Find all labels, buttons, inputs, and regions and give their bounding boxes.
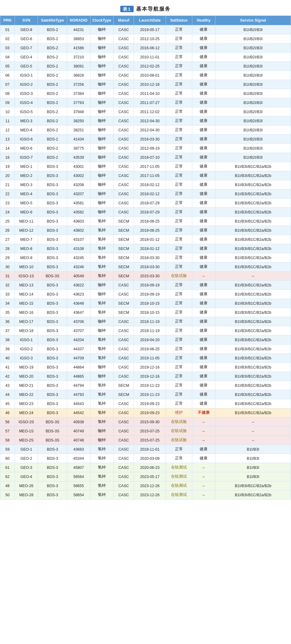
- cell-norad: 43245: [67, 253, 91, 262]
- cell-prn: 08: [0, 89, 15, 98]
- cell-clock: 氢钟: [90, 481, 114, 490]
- table-row: 56IGSO-2SBDS-3S40938氢钟CASC2015-09-30在轨试验…: [0, 417, 291, 427]
- cell-healthy: --: [192, 481, 215, 490]
- cell-satstatus: 在轨试验: [166, 272, 192, 281]
- cell-svn: GEO-6: [15, 34, 38, 43]
- cell-satstatus: 正常: [166, 226, 192, 235]
- cell-svn: MEO-22: [15, 390, 38, 399]
- table-row: 48MEO-26BDS-358655氢钟CASC2023-12-26在轨测试--…: [0, 481, 291, 490]
- table-row: 62GEO-4BDS-356564氢钟CASC2023-05-17在轨测试--B…: [0, 472, 291, 481]
- cell-launch: 2010-11-01: [134, 53, 166, 62]
- cell-manuf: CASC: [114, 98, 134, 107]
- cell-svn: MEO-26: [15, 481, 38, 490]
- cell-manuf: CASC: [114, 126, 134, 135]
- cell-satstatus: 正常: [166, 162, 192, 171]
- cell-prn: 45: [0, 399, 15, 408]
- cell-signal: B1I/B3I: [215, 463, 291, 472]
- cell-clock: 铷钟: [90, 126, 114, 135]
- cell-clock: 氢钟: [90, 335, 114, 345]
- cell-launch: 2011-12-02: [134, 107, 166, 116]
- cell-launch: 2018-11-01: [134, 445, 166, 454]
- table-row: 58MEO-2SBDS-3S40748铷钟CASC2015-07-25在轨试验-…: [0, 436, 291, 445]
- cell-sattype: BDS-3: [38, 445, 67, 454]
- cell-healthy: 健康: [192, 80, 215, 89]
- cell-prn: 19: [0, 162, 15, 171]
- cell-launch: 2023-12-26: [134, 490, 166, 500]
- table-row: 24MEO-6BDS-343582铷钟CASC2018-07-29正常健康B1I…: [0, 208, 291, 217]
- cell-launch: 2017-11-05: [134, 162, 166, 171]
- cell-healthy: --: [192, 272, 215, 281]
- cell-prn: 46: [0, 408, 15, 417]
- cell-healthy: 健康: [192, 454, 215, 463]
- cell-manuf: CASC: [114, 62, 134, 71]
- cell-svn: GEO-8: [15, 25, 38, 34]
- cell-sattype: BDS-2: [38, 135, 67, 144]
- cell-norad: 43581: [67, 199, 91, 208]
- table-row: 26MEO-12BDS-343602氢钟SECM2018-08-25正常健康B1…: [0, 226, 291, 235]
- cell-sattype: BDS-3: [38, 463, 67, 472]
- cell-svn: GEO-7: [15, 43, 38, 53]
- cell-healthy: 健康: [192, 208, 215, 217]
- cell-launch: 2015-03-30: [134, 272, 166, 281]
- cell-launch: 2023-12-26: [134, 481, 166, 490]
- cell-manuf: CASC: [114, 481, 134, 490]
- cell-signal: B1I/B3I: [215, 454, 291, 463]
- cell-norad: 43648: [67, 299, 91, 308]
- cell-clock: 氢钟: [90, 244, 114, 253]
- cell-prn: 20: [0, 171, 15, 180]
- col-header-norad: NORADID: [67, 16, 91, 25]
- cell-launch: 2023-05-17: [134, 472, 166, 481]
- cell-healthy: --: [192, 472, 215, 481]
- cell-satstatus: 正常: [166, 454, 192, 463]
- cell-signal: B1I/B3I/B1C/B2a/B2b: [215, 490, 291, 500]
- cell-satstatus: 在轨测试: [166, 463, 192, 472]
- cell-clock: 氢钟: [90, 217, 114, 226]
- table-row: 03GEO-7BDS-241586铷钟CASC2016-06-12正常健康B1I…: [0, 43, 291, 53]
- cell-prn: 28: [0, 244, 15, 253]
- cell-healthy: 健康: [192, 162, 215, 171]
- cell-signal: B1I/B3I/B1C/B2a/B2b: [215, 235, 291, 244]
- cell-sattype: BDS-3: [38, 180, 67, 189]
- cell-launch: 2020-06-23: [134, 463, 166, 472]
- cell-manuf: SECM: [114, 244, 134, 253]
- cell-satstatus: 正常: [166, 290, 192, 299]
- cell-satstatus: 正常: [166, 326, 192, 335]
- cell-manuf: CASC: [114, 25, 134, 34]
- table-row: 01GEO-8BDS-244231铷钟CASC2019-05-17正常健康B1I…: [0, 25, 291, 34]
- cell-svn: GEO-4: [15, 53, 38, 62]
- col-header-healthy: Healthy: [192, 16, 215, 25]
- col-header-sattype: SatelliteType: [38, 16, 67, 25]
- cell-clock: 氢钟: [90, 454, 114, 463]
- title-text: 基本导航服务: [136, 6, 171, 12]
- cell-clock: 氢钟: [90, 417, 114, 427]
- cell-launch: 2019-09-23: [134, 408, 166, 417]
- cell-healthy: --: [192, 490, 215, 500]
- cell-healthy: 健康: [192, 335, 215, 345]
- cell-prn: 23: [0, 199, 15, 208]
- cell-launch: 2015-07-25: [134, 436, 166, 445]
- cell-manuf: CASC: [114, 135, 134, 144]
- cell-launch: 2018-08-25: [134, 217, 166, 226]
- cell-svn: MEO-3: [15, 180, 38, 189]
- table-row: 50MEO-28BDS-358654氢钟CASC2023-12-26在轨测试--…: [0, 490, 291, 500]
- cell-signal: B1I/B2I/B3I: [215, 80, 291, 89]
- cell-sattype: BDS-3: [38, 199, 67, 208]
- cell-svn: MEO-20: [15, 372, 38, 381]
- cell-prn: 32: [0, 281, 15, 290]
- cell-signal: B1I/B3I/B1C/B2a/B2b: [215, 372, 291, 381]
- cell-signal: B1I/B3I/B1C/B2a/B2b: [215, 171, 291, 180]
- cell-norad: 37384: [67, 89, 91, 98]
- cell-prn: 30: [0, 262, 15, 272]
- table-row: 13IGSO-6BDS-241434铷钟CASC2016-03-30正常健康B1…: [0, 135, 291, 144]
- cell-healthy: 健康: [192, 189, 215, 199]
- cell-norad: 41586: [67, 43, 91, 53]
- cell-manuf: CASC: [114, 408, 134, 417]
- cell-svn: MEO-2S: [15, 436, 38, 445]
- cell-signal: B1I/B3I/B1C/B2a/B2b: [215, 354, 291, 363]
- cell-norad: 40749: [67, 427, 91, 436]
- cell-norad: 44865: [67, 372, 91, 381]
- cell-signal: B1I/B3I/B1C/B2a/B2b: [215, 162, 291, 171]
- cell-norad: 43582: [67, 208, 91, 217]
- cell-sattype: BDS-3: [38, 481, 67, 490]
- cell-svn: IGSO-1: [15, 335, 38, 345]
